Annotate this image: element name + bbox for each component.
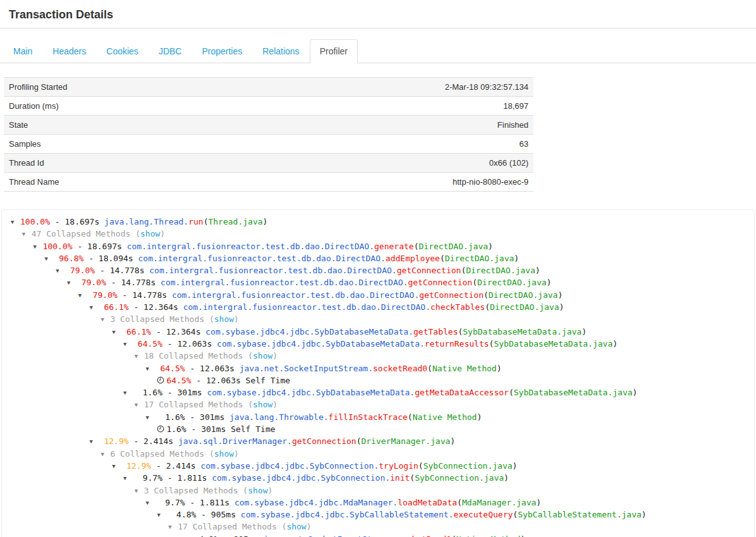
paren: ( bbox=[484, 290, 489, 300]
method-name: getMetaDataAccessor bbox=[415, 388, 509, 397]
class-path: com.sybase.jdbc4.jdbc.SybDatabaseMetaDat… bbox=[205, 327, 413, 336]
collapse-triangle-icon[interactable]: ▼ bbox=[123, 472, 133, 485]
self-time-label: - 12.063s Self Time bbox=[192, 376, 291, 385]
paren: ) bbox=[642, 510, 647, 519]
class-path: com.sybase.jdbc4.jdbc.SybCallableStateme… bbox=[241, 510, 454, 519]
time-value: - 12.364s bbox=[129, 302, 183, 312]
method-name: getConnection bbox=[419, 290, 484, 300]
collapse-triangle-icon[interactable]: ▼ bbox=[67, 277, 76, 289]
paren: ) bbox=[307, 522, 312, 531]
collapse-triangle-icon[interactable]: ▼ bbox=[44, 253, 54, 265]
method-name: tryLogin bbox=[379, 461, 418, 471]
profile-info-table: Profiling Started2-Mar-18 09:32:57.134Du… bbox=[4, 77, 533, 192]
time-value: - 301ms bbox=[185, 412, 229, 422]
tab-link-headers[interactable]: Headers bbox=[42, 39, 96, 63]
show-link[interactable]: show bbox=[253, 351, 272, 361]
percent-value: 64.5% bbox=[155, 362, 185, 374]
show-link[interactable]: show bbox=[248, 486, 267, 495]
source-file: SybCallableStatement.java bbox=[518, 510, 642, 519]
paren: ) bbox=[272, 400, 277, 409]
page-title: Transaction Details bbox=[9, 8, 756, 22]
class-path: com.sybase.jdbc4.jdbc.MdaManager. bbox=[235, 498, 398, 507]
show-link[interactable]: show bbox=[140, 229, 160, 238]
collapse-triangle-icon[interactable]: ▼ bbox=[112, 326, 121, 338]
paren: ) bbox=[547, 278, 552, 287]
method-name: getConnection bbox=[397, 266, 461, 275]
tree-method-row: ▼4.8% - 905ms java.net.SocketInputStream… bbox=[2, 533, 752, 537]
tree-method-row: ▼1.6% - 301ms com.sybase.jdbc4.jdbc.SybD… bbox=[2, 386, 752, 398]
tab-link-profiler[interactable]: Profiler bbox=[310, 39, 358, 63]
collapse-triangle-icon[interactable]: ▼ bbox=[135, 399, 144, 411]
method-name: executeQuery bbox=[453, 510, 513, 519]
tab-link-relations[interactable]: Relations bbox=[252, 39, 309, 63]
percent-value: 64.5% bbox=[166, 376, 191, 385]
class-path: com.intergral.fusionreactor.test.db.dao.… bbox=[161, 278, 408, 287]
show-link[interactable]: show bbox=[253, 400, 272, 409]
collapse-triangle-icon[interactable]: ▼ bbox=[135, 350, 144, 362]
info-label: Samples bbox=[4, 135, 228, 154]
collapse-triangle-icon[interactable]: ▼ bbox=[11, 216, 20, 228]
collapse-triangle-icon[interactable]: ▼ bbox=[146, 497, 155, 509]
collapsed-count: 17 Collapsed Methods ( bbox=[144, 400, 253, 409]
collapse-triangle-icon[interactable]: ▼ bbox=[56, 265, 65, 277]
collapse-triangle-icon[interactable]: ▼ bbox=[101, 448, 110, 460]
tree-self-row: 1.6% - 301ms Self Time bbox=[2, 423, 752, 435]
tab-link-jdbc[interactable]: JDBC bbox=[149, 39, 192, 63]
paren: ( bbox=[513, 510, 518, 519]
paren: ) bbox=[488, 242, 493, 251]
class-path: com.sybase.jdbc4.jdbc.SybConnection. bbox=[212, 473, 390, 483]
tab-profiler: Profiler bbox=[310, 39, 358, 63]
method-name: generate bbox=[374, 242, 414, 251]
method-name: socketRead0 bbox=[373, 364, 427, 373]
time-value: - 14.778s bbox=[95, 266, 149, 275]
collapse-triangle-icon[interactable]: ▼ bbox=[157, 509, 166, 521]
class-path: java.lang.Thread. bbox=[104, 217, 188, 226]
collapse-triangle-icon[interactable]: ▼ bbox=[90, 302, 99, 314]
collapse-triangle-icon[interactable]: ▼ bbox=[112, 460, 121, 472]
method-name: addEmployee bbox=[386, 254, 440, 263]
source-file: SybDatabaseMetaData.java bbox=[494, 339, 613, 349]
paren: ) bbox=[514, 254, 519, 263]
info-label: Duration (ms) bbox=[4, 97, 228, 116]
info-value: 18,697 bbox=[228, 97, 533, 116]
collapse-triangle-icon[interactable]: ▼ bbox=[22, 228, 32, 240]
source-file: DriverManager.java bbox=[361, 436, 450, 446]
tab-link-properties[interactable]: Properties bbox=[192, 39, 252, 63]
paren: ) bbox=[477, 412, 482, 422]
paren: ( bbox=[427, 364, 432, 373]
tab-link-main[interactable]: Main bbox=[3, 39, 42, 63]
info-value: 63 bbox=[228, 135, 533, 154]
source-file: MdaManager.java bbox=[462, 498, 536, 507]
tree-method-row: ▼64.5% - 12.063s java.net.SocketInputStr… bbox=[2, 362, 752, 374]
collapse-triangle-icon[interactable]: ▼ bbox=[168, 521, 178, 533]
collapse-triangle-icon[interactable]: ▼ bbox=[123, 387, 133, 399]
show-link[interactable]: show bbox=[214, 314, 234, 324]
time-value: - 2.414s bbox=[129, 436, 178, 446]
time-value: - 1.811s bbox=[162, 473, 212, 483]
profiler-tree: ▼100.0% - 18.697s java.lang.Thread.run(T… bbox=[1, 209, 755, 537]
collapse-triangle-icon[interactable]: ▼ bbox=[146, 363, 155, 375]
source-file: Native Method bbox=[413, 412, 477, 422]
collapse-triangle-icon[interactable]: ▼ bbox=[34, 241, 43, 253]
collapse-triangle-icon[interactable]: ▼ bbox=[101, 314, 110, 326]
percent-value: 100.0% bbox=[43, 240, 73, 252]
collapse-triangle-icon[interactable]: ▼ bbox=[180, 534, 189, 537]
tree-method-row: ▼4.8% - 905ms com.sybase.jdbc4.jdbc.SybC… bbox=[2, 509, 752, 521]
collapse-triangle-icon[interactable]: ▼ bbox=[123, 338, 133, 350]
tree-self-row: 64.5% - 12.063s Self Time bbox=[2, 374, 752, 386]
source-file: Native Method bbox=[456, 534, 521, 537]
collapse-triangle-icon[interactable]: ▼ bbox=[78, 290, 88, 302]
method-name: init bbox=[390, 473, 410, 483]
collapsed-count: 3 Collapsed Methods ( bbox=[110, 314, 214, 324]
collapse-triangle-icon[interactable]: ▼ bbox=[135, 485, 144, 497]
paren: ) bbox=[582, 327, 587, 336]
tree-method-row: ▼12.9% - 2.414s com.sybase.jdbc4.jdbc.Sy… bbox=[2, 460, 752, 472]
collapse-triangle-icon[interactable]: ▼ bbox=[90, 436, 99, 448]
show-link[interactable]: show bbox=[286, 522, 306, 531]
time-value: - 905ms bbox=[196, 510, 240, 519]
collapse-triangle-icon[interactable]: ▼ bbox=[146, 412, 155, 424]
class-path: com.sybase.jdbc4.jdbc.SybDatabaseMetaDat… bbox=[207, 388, 415, 397]
tab-link-cookies[interactable]: Cookies bbox=[96, 39, 149, 63]
show-link[interactable]: show bbox=[214, 449, 234, 459]
source-file: Thread.java bbox=[208, 217, 262, 226]
